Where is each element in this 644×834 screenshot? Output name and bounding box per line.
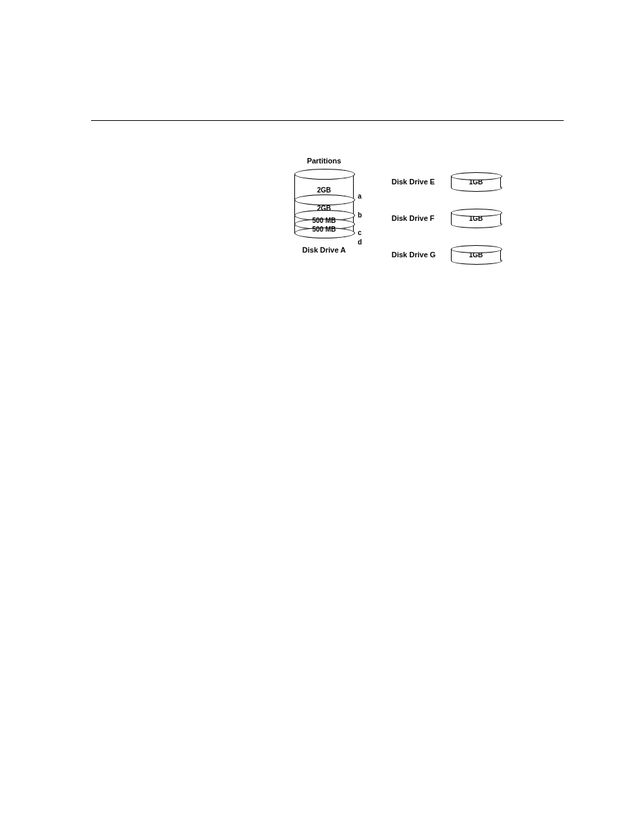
partition-letter-label: b xyxy=(358,212,362,219)
small-drive-name: Disk Drive F xyxy=(392,214,447,222)
partition-size-label: 2GB xyxy=(317,205,331,212)
cylinder-top-icon xyxy=(451,209,502,217)
cylinder-top-icon xyxy=(451,245,502,253)
partition-size-label: 500 MB xyxy=(312,226,336,233)
small-drive-name: Disk Drive G xyxy=(392,251,447,259)
partition-letter-label: c xyxy=(358,230,362,236)
small-drive-row: Disk Drive F 1GB xyxy=(392,208,501,228)
partition-letter-label: a xyxy=(358,193,362,200)
diagram: Partitions 2GB 2GB 500 MB 500 MB xyxy=(290,157,533,305)
small-drive-name: Disk Drive E xyxy=(392,178,447,186)
cylinder-top-icon xyxy=(451,172,502,180)
cylinder-top-icon xyxy=(294,169,355,180)
disk-drive-a-group: Partitions 2GB 2GB 500 MB 500 MB xyxy=(290,157,358,254)
partition-size-label: 500 MB xyxy=(312,217,336,224)
small-cylinder-icon: 1GB xyxy=(451,175,501,188)
disk-drive-a-label: Disk Drive A xyxy=(290,246,358,254)
small-cylinder-icon: 1GB xyxy=(451,211,501,225)
small-drive-row: Disk Drive G 1GB xyxy=(392,244,501,265)
cylinder-divider-icon xyxy=(294,194,355,205)
partition-size-label: 2GB xyxy=(317,186,331,194)
partition-letter-label: d xyxy=(358,239,362,246)
small-drive-row: Disk Drive E 1GB xyxy=(392,172,501,192)
small-cylinder-icon: 1GB xyxy=(451,248,501,261)
horizontal-rule xyxy=(91,120,564,121)
partitions-heading: Partitions xyxy=(290,157,358,165)
small-drives-group: Disk Drive E 1GB Disk Drive F 1GB Disk D… xyxy=(392,172,501,281)
disk-drive-a-cylinder: 2GB 2GB 500 MB 500 MB xyxy=(294,169,354,234)
page: Partitions 2GB 2GB 500 MB 500 MB xyxy=(0,0,644,834)
